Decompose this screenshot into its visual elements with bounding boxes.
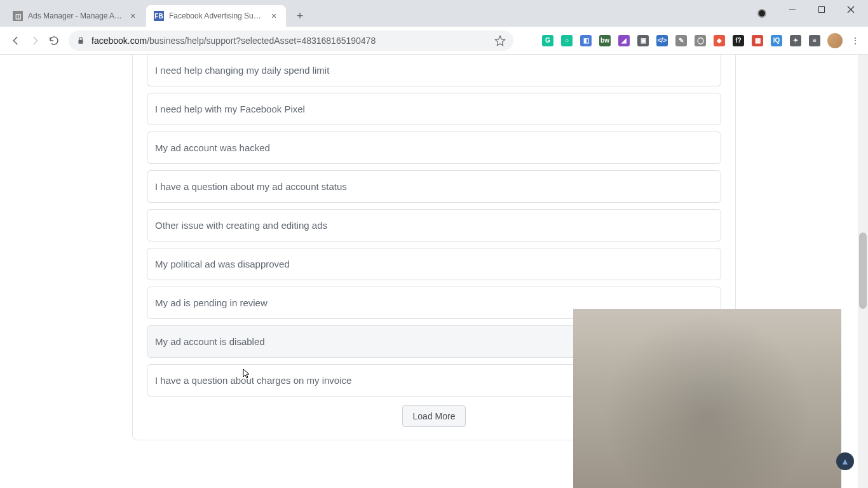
grammarly-icon[interactable]: G [541, 34, 554, 47]
reload-button[interactable] [44, 31, 64, 50]
chrome-menu-icon[interactable]: ⋮ [849, 34, 862, 47]
support-option[interactable]: My ad account was hacked [147, 132, 721, 164]
bw-ext-icon[interactable]: bw [599, 34, 611, 47]
support-option[interactable]: I have a question about my ad account st… [147, 170, 721, 203]
purple-ext-icon[interactable]: ◢ [618, 34, 630, 47]
svg-rect-1 [819, 7, 825, 13]
load-more-button[interactable]: Load More [402, 405, 466, 427]
close-icon[interactable]: × [269, 11, 278, 20]
browser-tab-active[interactable]: FB Facebook Advertising Support | F × [146, 5, 286, 27]
browser-tab[interactable]: ◫ Ads Manager - Manage Ads - Ca × [5, 5, 145, 27]
address-bar[interactable]: facebook.com/business/help/support?selec… [69, 30, 513, 51]
bookmark-star-icon[interactable] [494, 35, 506, 46]
square-blue-icon[interactable]: ◧ [580, 34, 592, 47]
support-option[interactable]: I need help changing my daily spend limi… [147, 55, 721, 86]
close-icon[interactable]: × [128, 11, 137, 20]
mosaic-ext-icon[interactable]: ▦ [751, 34, 764, 47]
browser-toolbar: facebook.com/business/help/support?selec… [0, 27, 868, 55]
f-ext-icon[interactable]: f? [732, 34, 745, 47]
window-controls [778, 0, 865, 19]
extension-strip: G○◧bw◢▣</>✎◯◆f?▦IQ✦≡⋮ [541, 33, 862, 48]
support-option[interactable]: I need help with my Facebook Pixel [147, 93, 721, 125]
tab-title: Ads Manager - Manage Ads - Ca [28, 11, 123, 20]
panel-ext-icon[interactable]: ▣ [637, 34, 649, 47]
url-text: facebook.com/business/help/support?selec… [92, 36, 376, 46]
browser-tab-strip: ◫ Ads Manager - Manage Ads - Ca × FB Fac… [0, 0, 868, 27]
support-option[interactable]: Other issue with creating and editing ad… [147, 209, 721, 241]
lock-icon [76, 36, 85, 45]
tab-title: Facebook Advertising Support | F [169, 11, 264, 20]
support-option[interactable]: My political ad was disapproved [147, 248, 721, 280]
edit-ext-icon[interactable]: ✎ [675, 34, 688, 47]
close-window-button[interactable] [836, 0, 865, 19]
iq-ext-icon[interactable]: IQ [770, 34, 783, 47]
code-ext-icon[interactable]: </> [656, 34, 668, 47]
svg-rect-0 [789, 10, 796, 10]
page-viewport: I need help changing my daily spend limi… [0, 55, 868, 488]
circle-grey-icon[interactable]: ◯ [694, 34, 707, 47]
circle-ext-icon[interactable]: ○ [560, 34, 573, 47]
tab-favicon: ◫ [13, 11, 23, 21]
color-ext-icon[interactable]: ◆ [713, 34, 726, 47]
minimize-button[interactable] [778, 0, 807, 19]
new-tab-button[interactable]: + [291, 7, 309, 25]
forward-button[interactable] [25, 31, 44, 50]
puzzle-ext-icon[interactable]: ✦ [789, 34, 802, 47]
recording-indicator-icon [757, 9, 766, 18]
profile-avatar[interactable] [827, 33, 843, 48]
floating-badge-icon[interactable]: ▲ [836, 452, 854, 470]
list-ext-icon[interactable]: ≡ [808, 34, 821, 47]
webcam-overlay [573, 309, 841, 488]
maximize-button[interactable] [807, 0, 836, 19]
scrollbar-thumb[interactable] [859, 233, 867, 309]
tab-favicon: FB [154, 11, 164, 21]
back-button[interactable] [6, 31, 25, 50]
vertical-scrollbar[interactable] [858, 55, 868, 488]
